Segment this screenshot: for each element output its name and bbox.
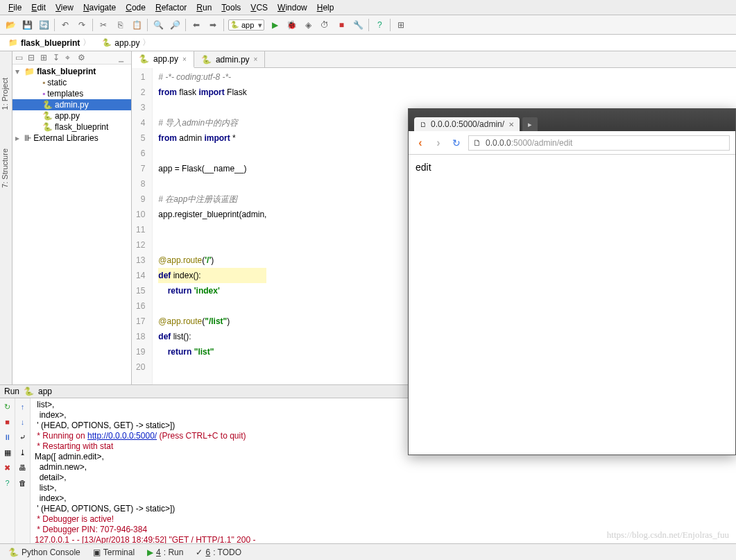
forward-icon[interactable]: › [432, 137, 445, 149]
save-icon[interactable]: 💾 [21, 19, 33, 31]
project-toolbar: ▭ ⊟ ⊞ ↧ ⌖ ⚙ ⎯ [12, 51, 131, 65]
run-actions-2: ↑ ↓ ⤶ ⤓ 🖶 🗑 [15, 398, 31, 543]
left-rail: 1: Project 7: Structure [0, 51, 12, 384]
misc-icon[interactable]: ⊞ [395, 19, 407, 31]
todo-button[interactable]: ✓ 6: TODO [196, 548, 241, 557]
locate-icon[interactable]: ⌖ [65, 53, 75, 62]
menu-tools[interactable]: Tools [217, 2, 245, 13]
source[interactable]: # -*- coding:utf-8 -*-from flask import … [153, 68, 272, 384]
breadcrumb-file[interactable]: 🐍 app.py 〉 [98, 36, 155, 49]
undo-icon[interactable]: ↶ [59, 19, 71, 31]
softwrap-icon[interactable]: ⤶ [17, 432, 28, 443]
tools-icon[interactable]: 🔧 [352, 19, 364, 31]
down-icon[interactable]: ↓ [17, 416, 28, 427]
paste-icon[interactable]: 📋 [130, 19, 143, 31]
collapse-icon[interactable]: ⊟ [28, 53, 37, 62]
chevron-icon: 〉 [142, 37, 151, 49]
tree-root[interactable]: ▾📁 flask_blueprint [12, 66, 131, 77]
copy-icon[interactable]: ⎘ [114, 19, 126, 31]
tab-admin.py[interactable]: 🐍admin.py × [194, 51, 266, 67]
tree-item[interactable]: ▪ static [12, 77, 131, 88]
menu-code[interactable]: Code [121, 2, 150, 13]
back-icon[interactable]: ⬅ [190, 19, 203, 31]
clear-icon[interactable]: 🗑 [17, 477, 28, 489]
help-icon[interactable]: ? [373, 19, 386, 31]
menu-edit[interactable]: Edit [27, 2, 50, 13]
menu-help[interactable]: Help [313, 2, 339, 13]
separator [185, 19, 186, 31]
new-tab-button[interactable]: ▸ [522, 117, 538, 131]
menu-refactor[interactable]: Refactor [151, 2, 191, 13]
breadcrumb-project[interactable]: 📁 flask_blueprint 〉 [4, 36, 95, 49]
print-icon[interactable]: 🖶 [17, 462, 28, 473]
debug-icon[interactable]: 🐞 [285, 19, 298, 31]
redo-icon[interactable]: ↷ [76, 19, 88, 31]
open-icon[interactable]: 📂 [4, 19, 17, 31]
pause-icon[interactable]: ⏸ [2, 432, 13, 443]
sync-icon[interactable]: 🔄 [37, 19, 50, 31]
help-icon[interactable]: ? [2, 477, 13, 489]
gear-icon[interactable]: ⚙ [78, 53, 87, 62]
tree-item[interactable]: ▪ templates [12, 88, 131, 99]
run-header-label: Run [4, 387, 19, 396]
forward-icon[interactable]: ➡ [207, 19, 219, 31]
back-icon[interactable]: ‹ [414, 137, 427, 149]
browser-tab[interactable]: 🗋 0.0.0.0:5000/admin/ ✕ [414, 117, 520, 131]
gutter: 1234567891011121314151617181920 [132, 68, 153, 384]
project-view-icon[interactable]: ▭ [15, 53, 25, 62]
python-console-button[interactable]: 🐍 Python Console [8, 548, 80, 557]
separator [92, 19, 93, 31]
structure-tab[interactable]: 7: Structure [0, 143, 10, 194]
folder-icon: 📁 [8, 38, 18, 47]
menu-file[interactable]: File [4, 2, 26, 13]
scrollend-icon[interactable]: ⤓ [17, 447, 28, 458]
url-host: 0.0.0.0 [486, 138, 511, 148]
close-tab-icon[interactable]: × [182, 56, 187, 63]
up-icon[interactable]: ↑ [17, 401, 28, 412]
scroll-icon[interactable]: ↧ [53, 53, 62, 62]
expand-icon[interactable]: ⊞ [40, 53, 50, 62]
url-path: :5000/admin/edit [511, 138, 573, 148]
favicon-icon: 🗋 [420, 121, 427, 128]
layout-icon[interactable]: ▦ [2, 447, 13, 458]
rerun-icon[interactable]: ↻ [2, 401, 13, 412]
close-tab-icon[interactable]: × [254, 56, 258, 63]
replace-icon[interactable]: 🔎 [169, 19, 181, 31]
project-panel: ▭ ⊟ ⊞ ↧ ⌖ ⚙ ⎯ ▾📁 flask_blueprint▪ static… [12, 51, 132, 384]
tree-item[interactable]: 🐍 flask_blueprint [12, 121, 131, 133]
find-icon[interactable]: 🔍 [152, 19, 164, 31]
bottom-bar: 🐍 Python Console ▣ Terminal ▶ 4: Run ✓ 6… [0, 543, 736, 560]
close-tab-icon[interactable]: ✕ [508, 121, 514, 128]
stop-icon[interactable]: ■ [335, 19, 348, 31]
menu-window[interactable]: Window [273, 2, 311, 13]
separator [368, 19, 369, 31]
reload-icon[interactable]: ↻ [450, 137, 463, 149]
project-tab[interactable]: 1: Project [0, 72, 10, 115]
browser-titlebar[interactable]: 🗋 0.0.0.0:5000/admin/ ✕ ▸ [409, 109, 735, 131]
run-config-combo[interactable]: app [228, 19, 264, 31]
menu-vcs[interactable]: VCS [246, 2, 272, 13]
url-bar[interactable]: 🗋 0.0.0.0:5000/admin/edit [468, 135, 730, 151]
close-icon[interactable]: ✖ [2, 462, 13, 473]
tab-app.py[interactable]: 🐍app.py × [132, 51, 194, 68]
run-icon[interactable]: ▶ [268, 19, 281, 31]
tree-item[interactable]: 🐍 admin.py [12, 99, 131, 110]
run-button[interactable]: ▶ 4: Run [147, 548, 183, 557]
breadcrumb-project-label: flask_blueprint [21, 38, 80, 48]
tree-external[interactable]: ▸⊪ External Libraries [12, 133, 131, 144]
menu-view[interactable]: View [51, 2, 78, 13]
coverage-icon[interactable]: ◈ [302, 19, 314, 31]
menu-run[interactable]: Run [192, 2, 216, 13]
python-icon: 🐍 [24, 387, 34, 396]
menu-navigate[interactable]: Navigate [79, 2, 120, 13]
run-config-label: app [38, 387, 52, 396]
separator [390, 19, 391, 31]
tree-item[interactable]: 🐍 app.py [12, 110, 131, 121]
terminal-button[interactable]: ▣ Terminal [93, 548, 135, 557]
cut-icon[interactable]: ✂ [97, 19, 110, 31]
profile-icon[interactable]: ⏱ [318, 19, 331, 31]
project-tree: ▾📁 flask_blueprint▪ static▪ templates🐍 a… [12, 65, 131, 145]
stop-icon[interactable]: ■ [2, 416, 13, 427]
separator [54, 19, 55, 31]
hide-icon[interactable]: ⎯ [119, 53, 128, 62]
